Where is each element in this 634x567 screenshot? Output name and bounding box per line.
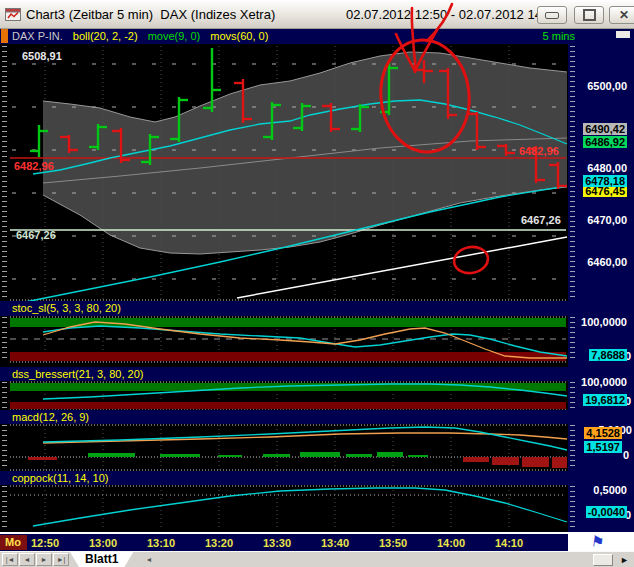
axis-tick-strip bbox=[570, 46, 575, 300]
tab-blatt1[interactable]: Blatt1 bbox=[70, 552, 133, 567]
time-scale[interactable] bbox=[0, 534, 568, 551]
close-icon: ✕ bbox=[619, 8, 629, 22]
restore-button[interactable] bbox=[574, 6, 604, 24]
flag-icon: ⚑ bbox=[590, 532, 606, 552]
flag-box: ⚑ bbox=[568, 532, 634, 551]
day-label: Mo bbox=[0, 535, 27, 550]
minimize-icon bbox=[545, 12, 559, 19]
axis-tick-strip bbox=[570, 382, 575, 409]
dss-panel-header: dss_bressert(21, 3, 80, 20) bbox=[0, 367, 634, 381]
axis-tick-strip bbox=[2, 486, 7, 530]
legend-marker bbox=[1, 29, 8, 43]
scrollbar-thumb[interactable] bbox=[593, 554, 613, 566]
tab-nav-prev-button[interactable]: ◄ bbox=[19, 553, 35, 566]
chart-icon bbox=[5, 6, 22, 22]
window-title: Chart3 (Zeitbar 5 min) DAX (Indizes Xetr… bbox=[26, 7, 275, 22]
timeframe-label: 5 mins bbox=[543, 28, 575, 44]
axis-tick-strip bbox=[2, 46, 7, 300]
legend-boll: boll(20, 2, -2) bbox=[73, 30, 138, 42]
axis-tick-strip bbox=[570, 486, 575, 530]
dss-header-label: dss_bressert(21, 3, 80, 20) bbox=[12, 368, 143, 380]
close-button[interactable]: ✕ bbox=[609, 6, 634, 24]
scroll-right-icon[interactable]: ► bbox=[620, 554, 629, 566]
tab-scroll-left-icon[interactable]: ◄ bbox=[142, 554, 156, 566]
macd-header-label: macd(12, 26, 9) bbox=[12, 411, 89, 423]
axis-tick-strip bbox=[2, 382, 7, 409]
legend-move: move(9, 0) bbox=[148, 30, 201, 42]
legend: DAX P-IN. boll(20, 2, -2) move(9, 0) mov… bbox=[12, 28, 275, 44]
legend-movs: movs(60, 0) bbox=[210, 30, 268, 42]
axis-tick-strip bbox=[570, 425, 575, 470]
axis-tick-strip bbox=[2, 317, 7, 362]
restore-icon bbox=[583, 9, 596, 21]
coppock-panel-header: coppock(11, 14, 10) bbox=[0, 471, 634, 485]
legend-instrument: DAX P-IN. bbox=[12, 30, 63, 42]
title-bar[interactable]: Chart3 (Zeitbar 5 min) DAX (Indizes Xetr… bbox=[0, 0, 634, 29]
window-date-range: 02.07.2012 12:50 - 02.07.2012 14:20 bbox=[346, 7, 560, 22]
coppock-header-label: coppock(11, 14, 10) bbox=[12, 472, 108, 484]
sheet-tab-bar: |◄ ◄ ► ►| Blatt1 ◄ ► bbox=[0, 551, 634, 567]
header-mini-rect bbox=[616, 31, 630, 38]
tab-nav-next-button[interactable]: ► bbox=[36, 553, 52, 566]
main-chart-header: DAX P-IN. boll(20, 2, -2) move(9, 0) mov… bbox=[0, 28, 634, 44]
axis-tick-strip bbox=[2, 425, 7, 470]
trading-app-window: Chart3 (Zeitbar 5 min) DAX (Indizes Xetr… bbox=[0, 0, 634, 567]
tab-nav-first-button[interactable]: |◄ bbox=[2, 553, 18, 566]
tab-nav-last-button[interactable]: ►| bbox=[53, 553, 69, 566]
minimize-button[interactable] bbox=[537, 6, 567, 24]
stoc-header-label: stoc_sl(5, 3, 3, 80, 20) bbox=[12, 302, 121, 314]
axis-separator bbox=[0, 532, 568, 534]
axis-tick-strip bbox=[570, 317, 575, 362]
macd-panel-header: macd(12, 26, 9) bbox=[0, 410, 634, 424]
stoc-panel-header: stoc_sl(5, 3, 3, 80, 20) bbox=[0, 301, 634, 316]
